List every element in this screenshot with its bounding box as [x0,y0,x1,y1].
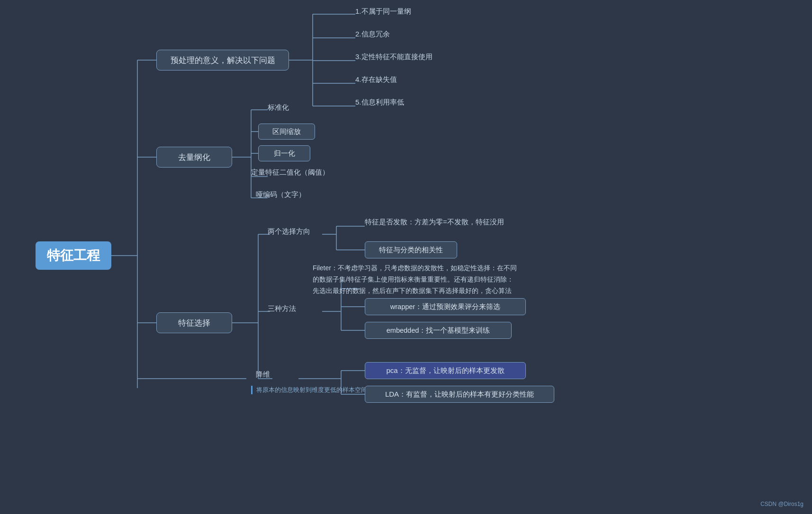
jiangwei-desc-node: 将原本的信息映射到维度更低的样本空间 [251,386,367,394]
jiangwei-desc-label: 将原本的信息映射到维度更低的样本空间 [256,386,367,394]
embedded-node: embedded：找一个基模型来训练 [365,322,512,339]
jiangwei-label: 降维 [256,370,270,379]
pre-3-node: 3.定性特征不能直接使用 [355,53,433,62]
norm-3-label: 归一化 [274,149,295,158]
norm-1-node: 标准化 [268,103,289,112]
wrapper-label: wrapper：通过预测效果评分来筛选 [390,302,500,311]
norm-3-node: 归一化 [258,145,310,161]
normalization-node: 去量纲化 [156,147,232,168]
norm-1-label: 标准化 [268,103,289,112]
watermark: CSDN @Diros1g [760,501,803,507]
jiangwei-node: 降维 [256,370,270,379]
pre-5-label: 5.信息利用率低 [355,98,404,107]
pre-4-label: 4.存在缺失值 [355,75,397,84]
dir-2-label: 特征与分类的相关性 [379,246,443,255]
normalization-label: 去量纲化 [178,152,210,163]
embedded-label: embedded：找一个基模型来训练 [387,326,490,335]
root-label: 特征工程 [47,247,100,265]
two-dirs-node: 两个选择方向 [268,227,310,236]
pre-2-label: 2.信息冗余 [355,30,390,39]
pre-2-node: 2.信息冗余 [355,30,390,39]
dir-2-node: 特征与分类的相关性 [365,241,457,258]
pre-3-label: 3.定性特征不能直接使用 [355,53,433,62]
wrapper-node: wrapper：通过预测效果评分来筛选 [365,298,526,315]
filter-text-label: Fileter：不考虑学习器，只考虑数据的发散性，如稳定性选择：在不同的数据子集… [313,263,517,296]
mind-map: 特征工程 预处理的意义，解决以下问题 1.不属于同一量纲 2.信息冗余 3.定性… [0,0,812,514]
pre-4-node: 4.存在缺失值 [355,75,397,84]
watermark-text: CSDN @Diros1g [760,501,803,507]
dir-1-node: 特征是否发散：方差为零=不发散，特征没用 [365,218,504,227]
dir-1-label: 特征是否发散：方差为零=不发散，特征没用 [365,218,504,227]
norm-5-label: 哑编码（文字） [256,190,306,199]
root-node: 特征工程 [36,241,111,270]
pre-1-label: 1.不属于同一量纲 [355,7,411,16]
lda-label: LDA：有监督，让映射后的样本有更好分类性能 [385,390,534,399]
lda-node: LDA：有监督，让映射后的样本有更好分类性能 [365,386,554,403]
norm-2-node: 区间缩放 [258,124,315,140]
three-methods-label: 三种方法 [268,304,296,313]
norm-5-node: 哑编码（文字） [256,190,306,199]
pre-1-node: 1.不属于同一量纲 [355,7,411,16]
norm-4-node: 定量特征二值化（阈值） [251,168,329,177]
pca-node: pca：无监督，让映射后的样本更发散 [365,362,526,379]
preprocessing-label: 预处理的意义，解决以下问题 [171,55,275,66]
norm-4-label: 定量特征二值化（阈值） [251,168,329,177]
pre-5-node: 5.信息利用率低 [355,98,404,107]
pca-label: pca：无监督，让映射后的样本更发散 [386,366,504,375]
filter-text-node: Fileter：不考虑学习器，只考虑数据的发散性，如稳定性选择：在不同的数据子集… [313,263,517,296]
norm-2-label: 区间缩放 [272,127,301,136]
feature-select-node: 特征选择 [156,312,232,333]
preprocessing-node: 预处理的意义，解决以下问题 [156,50,289,71]
two-dirs-label: 两个选择方向 [268,227,310,236]
three-methods-node: 三种方法 [268,304,296,313]
feature-select-label: 特征选择 [178,318,210,328]
